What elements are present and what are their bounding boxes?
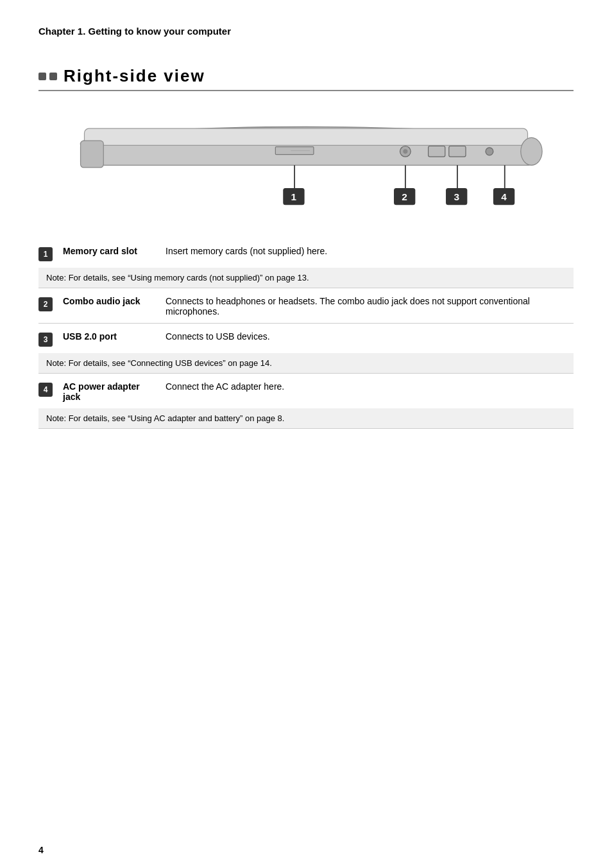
svg-text:3: 3 bbox=[454, 191, 459, 202]
section-header: Right-side view bbox=[38, 66, 574, 91]
feature-name-3: USB 2.0 port bbox=[63, 331, 166, 342]
svg-point-9 bbox=[486, 148, 493, 155]
feature-name-1: Memory card slot bbox=[63, 246, 166, 256]
svg-text:2: 2 bbox=[402, 191, 407, 202]
feature-row-3: 3 USB 2.0 port Connects to USB devices. bbox=[38, 323, 574, 353]
bullet-1 bbox=[38, 73, 46, 80]
diagram-area: 1 2 3 4 bbox=[38, 104, 574, 219]
note-row-4: Note: For details, see “Using AC adapter… bbox=[38, 408, 574, 429]
svg-point-6 bbox=[403, 149, 407, 153]
svg-text:4: 4 bbox=[501, 191, 507, 202]
note-row-3: Note: For details, see “Connecting USB d… bbox=[38, 353, 574, 374]
feature-desc-1: Insert memory cards (not supplied) here. bbox=[166, 246, 574, 256]
page-number: 4 bbox=[38, 845, 44, 855]
badge-4: 4 bbox=[38, 383, 53, 397]
note-text-3: Note: For details, see “Connecting USB d… bbox=[46, 358, 272, 368]
feature-row-2: 2 Combo audio jack Connects to headphone… bbox=[38, 288, 574, 323]
feature-desc-4: Connect the AC adapter here. bbox=[166, 381, 574, 392]
feature-row-4: 4 AC power adapter jack Connect the AC a… bbox=[38, 374, 574, 408]
section-title: Right-side view bbox=[64, 66, 205, 86]
svg-text:1: 1 bbox=[291, 191, 297, 202]
section-bullets bbox=[38, 73, 57, 80]
feature-name-2: Combo audio jack bbox=[63, 296, 166, 306]
feature-desc-3: Connects to USB devices. bbox=[166, 331, 574, 342]
svg-rect-8 bbox=[449, 146, 466, 157]
badge-1: 1 bbox=[38, 247, 53, 261]
svg-rect-7 bbox=[429, 146, 445, 157]
features-list: 1 Memory card slot Insert memory cards (… bbox=[38, 238, 574, 429]
laptop-diagram: 1 2 3 4 bbox=[38, 104, 574, 219]
feature-name-4: AC power adapter jack bbox=[63, 381, 166, 402]
chapter-title: Chapter 1. Getting to know your computer bbox=[38, 26, 574, 37]
note-text-1: Note: For details, see “Using memory car… bbox=[46, 273, 309, 282]
note-text-4: Note: For details, see “Using AC adapter… bbox=[46, 413, 284, 423]
svg-rect-3 bbox=[81, 141, 104, 168]
svg-point-4 bbox=[521, 137, 542, 165]
bullet-2 bbox=[49, 73, 57, 80]
badge-2: 2 bbox=[38, 297, 53, 311]
feature-desc-2: Connects to headphones or headsets. The … bbox=[166, 296, 574, 317]
svg-rect-2 bbox=[85, 128, 528, 145]
note-row-1: Note: For details, see “Using memory car… bbox=[38, 268, 574, 288]
feature-row-1: 1 Memory card slot Insert memory cards (… bbox=[38, 238, 574, 268]
badge-3: 3 bbox=[38, 333, 53, 347]
